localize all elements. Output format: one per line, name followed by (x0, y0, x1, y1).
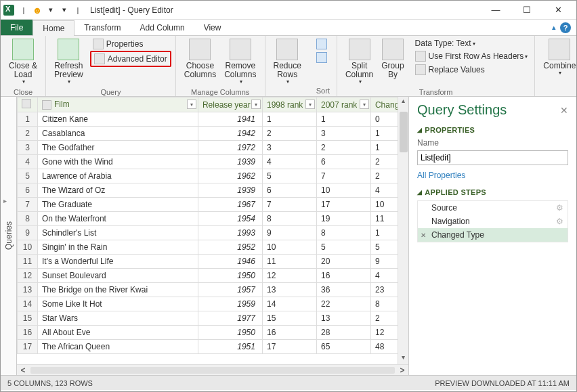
scroll-right-icon[interactable]: > (396, 366, 408, 375)
title-bar: | ☻ ▾ ▾ | List[edit] - Query Editor ― ☐ … (1, 1, 576, 20)
col-header-2007-rank[interactable]: 2007 rank▾ (316, 97, 370, 112)
tab-file[interactable]: File (1, 20, 33, 35)
split-column-button[interactable]: Split Column▾ (341, 37, 377, 87)
group-by-button[interactable]: Group By (377, 37, 408, 81)
close-and-load-button[interactable]: Close & Load▾ (5, 37, 41, 87)
row-number: 16 (18, 326, 38, 340)
query-name-input[interactable] (417, 150, 568, 165)
cell-film: Singin' in the Rain (38, 240, 198, 255)
table-row[interactable]: 13The Bridge on the River Kwai1957133623 (18, 283, 408, 297)
applied-steps-section-header[interactable]: ◢APPLIED STEPS (417, 188, 568, 196)
cell-release-year: 1942 (198, 127, 262, 141)
table-row[interactable]: 2Casablanca1942231 (18, 127, 408, 141)
maximize-button[interactable]: ☐ (511, 1, 542, 20)
row-number: 1 (18, 112, 38, 127)
cell-release-year: 1962 (198, 169, 262, 183)
combine-icon (549, 39, 570, 60)
filter-dropdown-icon[interactable]: ▾ (187, 100, 196, 109)
gear-icon[interactable]: ⚙ (556, 203, 563, 213)
tab-add-column[interactable]: Add Column (131, 20, 194, 35)
close-button[interactable]: ✕ (542, 1, 574, 20)
table-row[interactable]: 14Some Like It Hot195914228 (18, 297, 408, 311)
table-row[interactable]: 4Gone with the Wind1939462 (18, 155, 408, 169)
cell-release-year: 1952 (198, 240, 262, 255)
vertical-scrollbar[interactable]: ▴ ▾ (398, 97, 408, 364)
data-type-dropdown[interactable]: Data Type: Text▾ (412, 37, 531, 49)
text-type-icon (42, 100, 51, 110)
smiley-icon[interactable]: ☻ (30, 4, 44, 16)
cell-1998-rank: 5 (262, 169, 316, 183)
split-column-icon (349, 39, 370, 60)
chevron-down-icon: ▾ (68, 79, 70, 85)
remove-columns-button[interactable]: Remove Columns▾ (220, 37, 260, 87)
tab-home[interactable]: Home (33, 20, 74, 36)
replace-values-button[interactable]: Replace Values (412, 63, 531, 77)
step-navigation[interactable]: Navigation⚙ (418, 215, 568, 228)
reduce-rows-button[interactable]: Reduce Rows▾ (270, 37, 305, 87)
step-changed-type[interactable]: Changed Type (418, 228, 568, 242)
cell-film: Some Like It Hot (38, 297, 198, 311)
cell-release-year: 1972 (198, 141, 262, 155)
gear-icon[interactable]: ⚙ (556, 217, 563, 226)
step-source[interactable]: Source⚙ (418, 201, 568, 215)
queries-pane-collapsed[interactable]: ▸ Queries (1, 97, 17, 375)
qat-dropdown[interactable]: ▾ (44, 4, 58, 16)
table-row[interactable]: 16All About Eve1950162812 (18, 326, 408, 340)
col-header-1998-rank[interactable]: 1998 rank▾ (262, 97, 316, 112)
close-settings-button[interactable]: ✕ (560, 105, 568, 116)
filter-dropdown-icon[interactable]: ▾ (251, 100, 261, 109)
cell-2007-rank: 8 (316, 226, 370, 240)
table-row[interactable]: 12Sunset Boulevard195012164 (18, 269, 408, 283)
tab-view[interactable]: View (194, 20, 231, 35)
group-transform: Split Column▾ Group By Data Type: Text▾ … (337, 36, 535, 96)
table-row[interactable]: 3The Godfather1972321 (18, 141, 408, 155)
cell-1998-rank: 1 (262, 112, 316, 127)
scroll-left-icon[interactable]: < (17, 366, 29, 375)
table-row[interactable]: 9Schindler's List1993981 (18, 226, 408, 240)
scroll-thumb[interactable] (400, 112, 408, 152)
minimize-button[interactable]: ― (480, 1, 511, 20)
chevron-down-icon: ▾ (286, 79, 289, 85)
advanced-editor-button[interactable]: Advanced Editor (90, 51, 171, 67)
refresh-preview-button[interactable]: Refresh Preview▾ (50, 37, 87, 87)
first-row-headers-button[interactable]: Use First Row As Headers▾ (412, 49, 531, 63)
scroll-down-icon[interactable]: ▾ (398, 353, 408, 364)
cell-film: On the Waterfront (38, 212, 198, 226)
cell-release-year: 1939 (198, 183, 262, 198)
horizontal-scrollbar[interactable]: < > (17, 364, 408, 375)
properties-section-header[interactable]: ◢PROPERTIES (417, 126, 568, 134)
cell-film: Lawrence of Arabia (38, 169, 198, 183)
help-icon[interactable]: ? (560, 22, 571, 33)
sort-desc-button[interactable] (314, 51, 333, 64)
qat-overflow[interactable]: ▾ (58, 4, 71, 16)
table-row[interactable]: 6The Wizard of Oz19396104 (18, 183, 408, 198)
table-row[interactable]: 1Citizen Kane1941110 (18, 112, 408, 127)
table-row[interactable]: 17The African Queen1951176548 (18, 340, 408, 354)
col-header-release-year[interactable]: Release year▾ (198, 97, 262, 112)
sort-asc-button[interactable] (314, 37, 333, 51)
properties-button[interactable]: Properties (90, 37, 171, 51)
cell-release-year: 1939 (198, 155, 262, 169)
cell-release-year: 1977 (198, 311, 262, 326)
table-row[interactable]: 15Star Wars197715132 (18, 311, 408, 326)
table-corner[interactable] (18, 97, 38, 112)
tab-transform[interactable]: Transform (74, 20, 130, 35)
row-number: 2 (18, 127, 38, 141)
scroll-track[interactable] (30, 367, 395, 374)
choose-columns-button[interactable]: Choose Columns (180, 37, 220, 81)
table-row[interactable]: 8On the Waterfront195481911 (18, 212, 408, 226)
all-properties-link[interactable]: All Properties (417, 171, 568, 180)
table-row[interactable]: 11It's a Wonderful Life194611209 (18, 255, 408, 269)
table-row[interactable]: 5Lawrence of Arabia1962572 (18, 169, 408, 183)
table-row[interactable]: 10Singin' in the Rain19521055 (18, 240, 408, 255)
scroll-up-icon[interactable]: ▴ (398, 97, 408, 108)
table-icon (22, 99, 31, 108)
collapse-ribbon-icon[interactable]: ▴ (552, 23, 556, 32)
filter-dropdown-icon[interactable]: ▾ (360, 100, 369, 109)
col-header-film[interactable]: Film▾ (38, 97, 198, 112)
row-number: 8 (18, 212, 38, 226)
ribbon-right: ▴ ? (552, 20, 576, 35)
combine-button[interactable]: Combine▾ (539, 37, 577, 78)
filter-dropdown-icon[interactable]: ▾ (305, 100, 315, 109)
table-row[interactable]: 7The Graduate196771710 (18, 198, 408, 212)
